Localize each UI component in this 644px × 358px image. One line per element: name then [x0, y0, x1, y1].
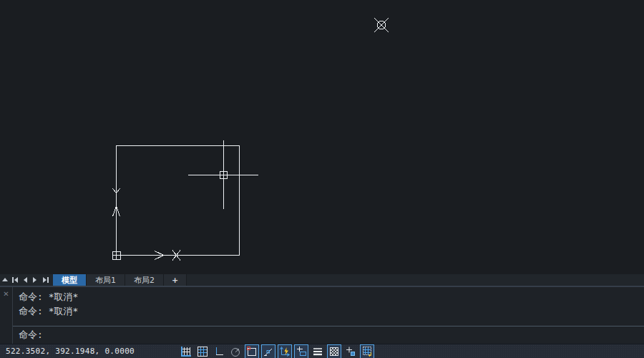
lineweight-icon — [312, 346, 323, 357]
crosshair-cursor — [188, 140, 258, 209]
object-snap-toggle[interactable] — [245, 344, 259, 358]
tab-model-label: 模型 — [62, 275, 77, 286]
command-line-panel: ✕ 命令: *取消* 命令: *取消* 命令: — [0, 287, 644, 344]
annotation-visibility-toggle[interactable] — [294, 344, 308, 358]
tab-prev-button[interactable] — [20, 274, 30, 286]
close-icon[interactable]: ✕ — [3, 291, 9, 298]
tab-next-button[interactable] — [30, 274, 40, 286]
tab-layout2[interactable]: 布局2 — [125, 274, 164, 286]
object-snap-icon — [246, 346, 258, 357]
annotation-scale-sync-icon — [361, 346, 373, 357]
command-close-strip: ✕ — [0, 287, 13, 344]
tab-menu-up-button[interactable] — [0, 274, 10, 286]
dynamic-input-toggle[interactable] — [278, 344, 292, 358]
grid-toggle[interactable] — [179, 344, 193, 358]
object-snap-tracking-icon — [263, 346, 274, 357]
drawing-canvas[interactable] — [0, 0, 644, 274]
ortho-toggle[interactable] — [212, 344, 226, 358]
dynamic-input-icon — [279, 346, 291, 357]
snap-toggle[interactable] — [195, 344, 210, 358]
grid-icon — [180, 346, 192, 357]
polar-tracking-icon — [230, 346, 241, 357]
layout-tab-bar: 模型 布局1 布局2 + — [0, 274, 644, 287]
add-layout-label: + — [172, 276, 178, 285]
tab-menu-up-icon — [1, 276, 9, 284]
transparency-icon — [330, 347, 338, 356]
point-marker — [374, 18, 389, 32]
tab-first-icon — [11, 276, 19, 284]
tab-last-icon — [42, 276, 49, 284]
polar-tracking-toggle[interactable] — [228, 344, 243, 358]
tab-last-button[interactable] — [40, 274, 50, 286]
tab-first-button[interactable] — [10, 274, 20, 286]
selection-cycling-icon — [345, 346, 356, 357]
drawing-canvas-svg — [0, 0, 644, 274]
command-history[interactable]: 命令: *取消* 命令: *取消* — [13, 287, 644, 326]
object-snap-tracking-toggle[interactable] — [261, 344, 275, 358]
tab-layout1[interactable]: 布局1 — [87, 274, 125, 286]
status-toggle-group — [179, 344, 374, 358]
selection-cycling-toggle[interactable] — [343, 344, 358, 358]
coordinates-readout[interactable]: 522.3502, 392.1948, 0.0000 — [0, 347, 179, 356]
tab-prev-icon — [21, 276, 29, 284]
drawn-rectangle — [117, 146, 240, 256]
transparency-toggle[interactable] — [327, 344, 341, 358]
tab-layout2-label: 布局2 — [134, 275, 155, 286]
tab-layout1-label: 布局1 — [95, 275, 116, 286]
command-text-area: 命令: *取消* 命令: *取消* 命令: — [13, 287, 644, 344]
command-history-line: 命令: *取消* — [19, 304, 638, 319]
tab-next-icon — [31, 276, 39, 284]
command-history-line: 命令: *取消* — [19, 290, 638, 304]
lineweight-toggle[interactable] — [311, 344, 325, 358]
ucs-icon — [112, 188, 180, 261]
annotation-scale-sync-toggle[interactable] — [360, 344, 374, 358]
ortho-icon — [213, 346, 225, 357]
snap-icon — [197, 346, 208, 357]
add-layout-button[interactable]: + — [164, 274, 187, 286]
cad-application-window: 模型 布局1 布局2 + ✕ 命令: *取消* 命令: *取消* 命令: 522… — [0, 0, 644, 358]
status-bar: 522.3502, 392.1948, 0.0000 — [0, 344, 644, 358]
tab-model[interactable]: 模型 — [53, 274, 87, 286]
annotation-visibility-icon — [296, 346, 307, 357]
command-input[interactable]: 命令: — [13, 326, 644, 344]
